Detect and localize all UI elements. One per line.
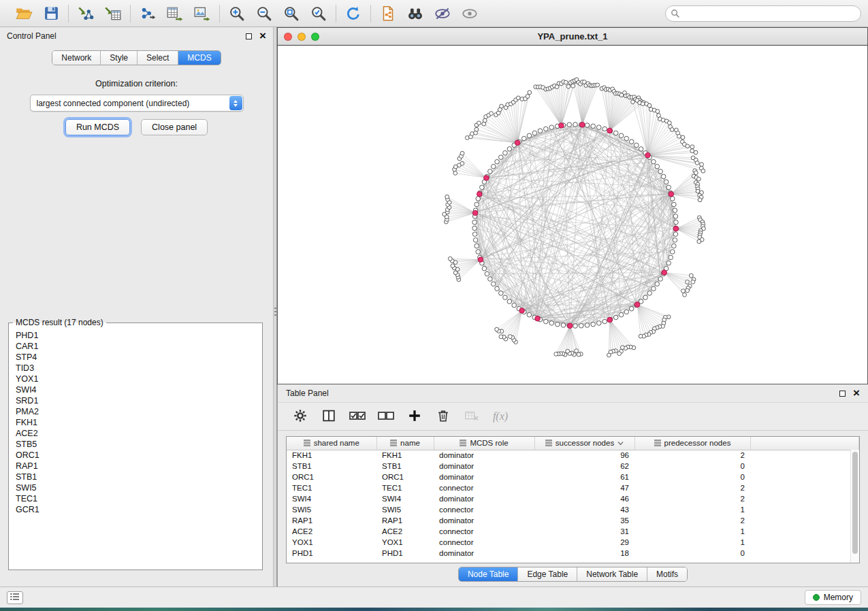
cell-name[interactable]: SWI4	[376, 493, 434, 504]
table-row[interactable]: YOX1YOX1connector291	[287, 537, 859, 548]
network-titlebar[interactable]: YPA_prune.txt_1	[278, 28, 867, 46]
column-header-shared-name[interactable]: shared name	[287, 437, 376, 450]
mcds-result-item[interactable]: ACE2	[16, 428, 255, 439]
mcds-result-item[interactable]: SRD1	[16, 395, 255, 406]
tab-network-table[interactable]: Network Table	[577, 567, 647, 581]
mcds-result-item[interactable]: PMA2	[16, 406, 255, 417]
cell-predecessor-nodes[interactable]: 2	[634, 515, 750, 526]
show-columns-button[interactable]	[320, 408, 338, 425]
cell-name[interactable]: ORC1	[376, 472, 434, 482]
cell-name[interactable]: STB1	[376, 461, 434, 472]
cell-shared-name[interactable]: ORC1	[287, 472, 376, 482]
table-row[interactable]: ORC1ORC1dominator610	[287, 472, 859, 482]
mcds-result-item[interactable]: FKH1	[16, 417, 255, 428]
cell-successor-nodes[interactable]: 47	[534, 482, 634, 493]
column-header-predecessor-nodes[interactable]: predecessor nodes	[634, 437, 750, 450]
show-graphics-button[interactable]	[459, 3, 481, 24]
cell-mcds-role[interactable]: connector	[434, 482, 534, 493]
cell-successor-nodes[interactable]: 18	[534, 548, 634, 559]
cell-predecessor-nodes[interactable]: 0	[634, 548, 750, 559]
cell-mcds-role[interactable]: dominator	[434, 461, 534, 472]
export-document-button[interactable]	[377, 3, 399, 24]
cell-mcds-role[interactable]: dominator	[434, 472, 534, 482]
cell-mcds-role[interactable]: dominator	[434, 450, 534, 461]
tab-node-table[interactable]: Node Table	[459, 567, 519, 581]
table-row[interactable]: FKH1FKH1dominator962	[287, 450, 859, 461]
search-input[interactable]	[665, 5, 861, 22]
cell-shared-name[interactable]: TEC1	[287, 482, 376, 493]
table-row[interactable]: SWI4SWI4dominator462	[287, 493, 859, 504]
cell-name[interactable]: ACE2	[376, 526, 434, 537]
delete-column-button[interactable]	[434, 408, 452, 425]
delete-table-button[interactable]	[463, 408, 481, 425]
table-row[interactable]: SWI5SWI5connector431	[287, 504, 859, 515]
zoom-out-button[interactable]	[253, 3, 275, 24]
cell-successor-nodes[interactable]: 46	[534, 493, 634, 504]
cell-successor-nodes[interactable]: 31	[534, 526, 634, 537]
cell-successor-nodes[interactable]: 96	[534, 450, 634, 461]
cell-predecessor-nodes[interactable]: 2	[634, 482, 750, 493]
close-table-panel-icon[interactable]: ×	[853, 389, 860, 397]
mcds-result-item[interactable]: CAR1	[16, 341, 255, 352]
cell-shared-name[interactable]: ACE2	[287, 526, 376, 537]
cell-shared-name[interactable]: STB1	[287, 461, 376, 472]
save-button[interactable]	[40, 3, 62, 24]
export-network-button[interactable]	[137, 3, 159, 24]
cell-shared-name[interactable]: SWI4	[287, 493, 376, 504]
mcds-result-item[interactable]: SWI5	[16, 482, 255, 493]
cell-name[interactable]: PHD1	[376, 548, 434, 559]
search-objects-button[interactable]	[404, 3, 426, 24]
scrollbar-thumb[interactable]	[852, 452, 858, 554]
tab-mcds[interactable]: MCDS	[178, 51, 220, 65]
cell-successor-nodes[interactable]: 29	[534, 537, 634, 548]
table-scrollbar[interactable]	[850, 450, 859, 563]
mcds-result-item[interactable]: TID3	[16, 363, 255, 374]
cell-shared-name[interactable]: YOX1	[287, 537, 376, 548]
cell-name[interactable]: FKH1	[376, 450, 434, 461]
column-header-name[interactable]: name	[376, 437, 434, 450]
cell-shared-name[interactable]: SWI5	[287, 504, 376, 515]
mcds-result-item[interactable]: STP4	[16, 352, 255, 363]
zoom-fit-button[interactable]	[280, 3, 302, 24]
refresh-button[interactable]	[342, 3, 364, 24]
column-header-successor-nodes[interactable]: successor nodes	[534, 437, 634, 450]
mcds-result-list[interactable]: PHD1CAR1STP4TID3YOX1SWI4SRD1PMA2FKH1ACE2…	[9, 327, 262, 563]
task-history-button[interactable]	[7, 591, 23, 604]
table-settings-button[interactable]	[291, 408, 309, 425]
cell-successor-nodes[interactable]: 62	[534, 461, 634, 472]
cell-predecessor-nodes[interactable]: 0	[634, 461, 750, 472]
tab-select[interactable]: Select	[138, 51, 178, 65]
cell-predecessor-nodes[interactable]: 2	[634, 493, 750, 504]
cell-mcds-role[interactable]: connector	[434, 504, 534, 515]
table-row[interactable]: RAP1RAP1dominator352	[287, 515, 859, 526]
float-table-panel-icon[interactable]	[839, 391, 846, 397]
cell-successor-nodes[interactable]: 61	[534, 472, 634, 482]
column-header-mcds-role[interactable]: MCDS role	[434, 437, 534, 450]
tab-style[interactable]: Style	[101, 51, 138, 65]
cell-mcds-role[interactable]: connector	[434, 537, 534, 548]
close-window-icon[interactable]	[284, 33, 292, 41]
cell-name[interactable]: SWI5	[376, 504, 434, 515]
cell-predecessor-nodes[interactable]: 1	[634, 504, 750, 515]
mcds-result-item[interactable]: RAP1	[16, 461, 255, 472]
cell-mcds-role[interactable]: dominator	[434, 515, 534, 526]
zoom-in-button[interactable]	[226, 3, 248, 24]
select-all-button[interactable]	[349, 408, 366, 425]
run-mcds-button[interactable]: Run MCDS	[65, 119, 130, 135]
maximize-window-icon[interactable]	[311, 33, 319, 41]
mcds-result-item[interactable]: PHD1	[16, 330, 255, 341]
export-image-button[interactable]	[191, 3, 213, 24]
cell-mcds-role[interactable]: dominator	[434, 548, 534, 559]
cell-mcds-role[interactable]: dominator	[434, 493, 534, 504]
float-panel-icon[interactable]	[246, 33, 252, 39]
cell-shared-name[interactable]: PHD1	[287, 548, 376, 559]
table-row[interactable]: PHD1PHD1dominator180	[287, 548, 859, 559]
cell-successor-nodes[interactable]: 43	[534, 504, 634, 515]
mcds-result-item[interactable]: STB1	[16, 472, 255, 482]
table-row[interactable]: TEC1TEC1connector472	[287, 482, 859, 493]
minimize-window-icon[interactable]	[298, 33, 306, 41]
memory-button[interactable]: Memory	[805, 590, 861, 605]
cell-predecessor-nodes[interactable]: 1	[634, 526, 750, 537]
add-column-button[interactable]	[406, 408, 423, 425]
network-graph[interactable]	[278, 46, 867, 384]
